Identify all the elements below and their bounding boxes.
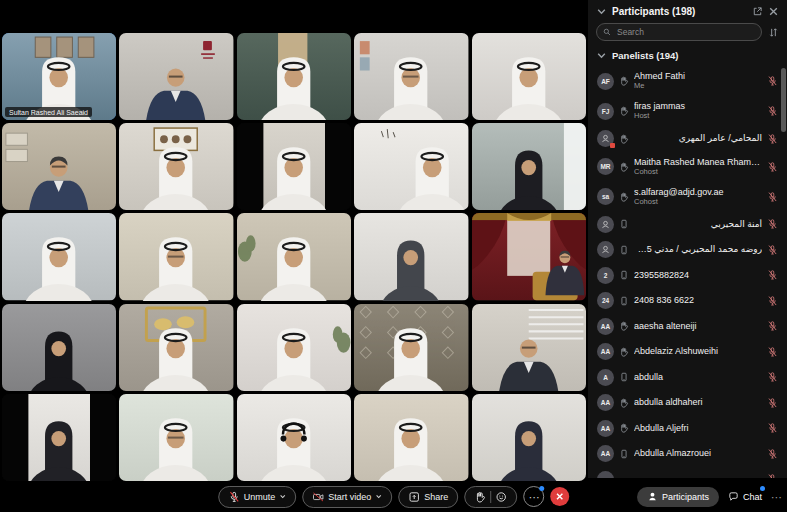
participant-row[interactable]: AAaaesha alteneiji <box>589 314 786 340</box>
participant-name: Maitha Rashed Manea Rhama Al Shamsi <box>634 157 762 168</box>
unmute-button[interactable]: Unmute <box>218 486 297 508</box>
video-thumbnail <box>354 394 468 481</box>
panel-scrollbar[interactable] <box>781 28 786 474</box>
participant-name: abdulla aldhaheri <box>634 397 762 408</box>
participant-avatar <box>597 130 614 147</box>
phone-icon <box>619 371 629 383</box>
control-bar: Unmute Start video Share ⋯ Participants … <box>0 481 787 512</box>
video-thumbnail <box>354 33 468 120</box>
sort-icon[interactable] <box>768 27 779 38</box>
participant-row[interactable]: 223955882824 <box>589 263 786 289</box>
phone-icon <box>619 448 629 460</box>
search-icon <box>603 28 611 36</box>
raised-hand-icon <box>619 75 629 87</box>
divider <box>490 491 491 503</box>
participants-toggle-button[interactable]: Participants <box>637 487 719 507</box>
participant-avatar: A <box>597 369 614 386</box>
muted-mic-icon <box>767 448 778 460</box>
video-tile[interactable] <box>237 123 351 210</box>
participant-row[interactable]: AAAbdelaziz Alshuweihi <box>589 339 786 365</box>
video-thumbnail <box>119 123 233 210</box>
video-tile[interactable] <box>237 33 351 120</box>
raised-hand-icon <box>619 422 629 434</box>
video-tile[interactable] <box>354 394 468 481</box>
participant-row[interactable]: Aabdulla <box>589 365 786 391</box>
video-tile[interactable] <box>354 33 468 120</box>
participant-avatar: AA <box>597 394 614 411</box>
participant-row[interactable]: روضه محمد المحيربي / مدني 165815 <box>589 237 786 263</box>
participant-row[interactable]: MRMaitha Rashed Manea Rhama Al ShamsiCoh… <box>589 152 786 182</box>
video-tile[interactable] <box>354 304 468 391</box>
raise-hand-icon[interactable] <box>474 491 486 503</box>
chat-toggle-button[interactable]: Chat <box>728 491 762 502</box>
start-video-label: Start video <box>328 492 371 502</box>
video-tile[interactable] <box>354 213 468 300</box>
chevron-down-icon[interactable] <box>375 493 382 500</box>
video-tile[interactable] <box>472 394 586 481</box>
participant-avatar: FJ <box>597 103 614 120</box>
search-input[interactable] <box>615 26 755 38</box>
video-tile[interactable] <box>472 33 586 120</box>
participant-avatar: AA <box>597 343 614 360</box>
participant-row[interactable]: AAAbdulla Almazrouei <box>589 441 786 467</box>
video-tile[interactable] <box>119 213 233 300</box>
muted-mic-icon <box>767 320 778 332</box>
video-tile[interactable] <box>2 123 116 210</box>
reactions-smiley-icon[interactable] <box>495 491 507 503</box>
participant-row[interactable]: المحامي/ عامر المهري <box>589 126 786 152</box>
chevron-down-icon[interactable] <box>279 493 286 500</box>
video-tile[interactable] <box>119 123 233 210</box>
muted-mic-icon <box>767 473 778 478</box>
video-thumbnail <box>237 394 351 481</box>
participant-row[interactable]: AAAbdulla Aljefri <box>589 416 786 442</box>
phone-icon <box>619 244 629 256</box>
scrollbar-thumb[interactable] <box>781 68 786 132</box>
chevron-down-icon[interactable] <box>596 6 607 17</box>
participant-role: Me <box>634 82 762 91</box>
participant-row[interactable] <box>589 467 786 479</box>
video-tile[interactable] <box>2 394 116 481</box>
video-tile[interactable] <box>119 394 233 481</box>
participant-avatar <box>597 471 614 478</box>
more-options-button[interactable]: ⋯ <box>523 486 544 507</box>
panelists-section-header[interactable]: Panelists (194) <box>588 47 787 66</box>
video-tile[interactable] <box>472 123 586 210</box>
video-thumbnail <box>237 123 351 210</box>
leave-meeting-button[interactable] <box>550 487 569 506</box>
video-tile[interactable] <box>119 304 233 391</box>
participant-row[interactable]: FJfiras jammasHost <box>589 96 786 126</box>
search-box[interactable] <box>596 23 762 41</box>
video-tile[interactable] <box>237 304 351 391</box>
video-tile-active-speaker[interactable]: Sultan Rashed Ali Saeaid <box>2 33 116 120</box>
participant-row[interactable]: 242408 836 6622 <box>589 288 786 314</box>
participant-row[interactable]: AFAhmed FathiMe <box>589 66 786 96</box>
muted-mic-icon <box>767 295 778 307</box>
video-tile[interactable] <box>119 33 233 120</box>
participants-panel-title: Participants (198) <box>612 6 747 17</box>
video-tile[interactable] <box>2 213 116 300</box>
muted-mic-icon <box>767 75 778 87</box>
participant-name: Ahmed Fathi <box>634 71 762 82</box>
video-tile[interactable] <box>2 304 116 391</box>
phone-icon <box>619 269 629 281</box>
share-screen-icon <box>408 491 420 503</box>
video-tile[interactable] <box>237 394 351 481</box>
video-tile[interactable] <box>354 123 468 210</box>
notification-dot <box>539 486 544 491</box>
video-thumbnail <box>119 394 233 481</box>
video-thumbnail <box>119 304 233 391</box>
video-tile[interactable] <box>237 213 351 300</box>
popout-icon[interactable] <box>752 6 763 17</box>
start-video-button[interactable]: Start video <box>302 486 392 508</box>
participant-name: Abdulla Almazrouei <box>634 448 762 459</box>
share-button[interactable]: Share <box>398 486 458 508</box>
video-tile[interactable] <box>472 213 586 300</box>
participant-row[interactable]: AAabdulla aldhaheri <box>589 390 786 416</box>
participant-row[interactable]: sas.alfarag@adjd.gov.aeCohost <box>589 182 786 212</box>
participant-name: أمنة المحيربي <box>634 219 762 230</box>
raised-hand-icon <box>619 191 629 203</box>
video-thumbnail <box>237 33 351 120</box>
participant-row[interactable]: أمنة المحيربي <box>589 212 786 238</box>
video-tile[interactable] <box>472 304 586 391</box>
close-panel-icon[interactable] <box>768 6 779 17</box>
